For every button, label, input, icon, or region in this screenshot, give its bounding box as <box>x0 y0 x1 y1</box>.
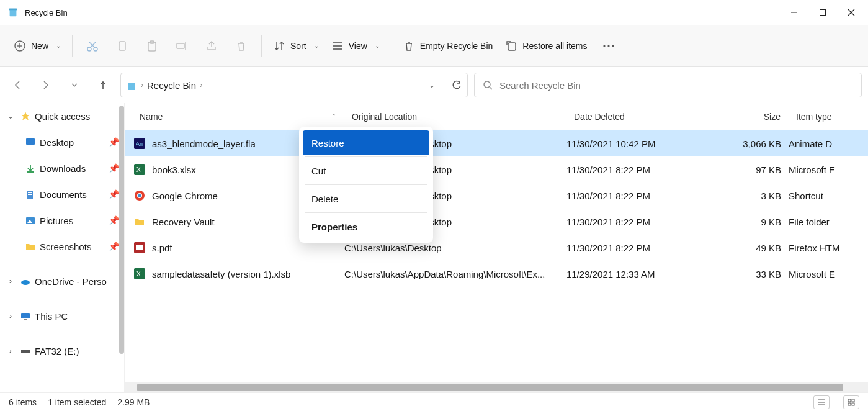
chevron-down-icon: ⌄ <box>314 42 319 49</box>
svg-rect-16 <box>177 43 184 48</box>
sidebar-item-downloads[interactable]: Downloads 📌 <box>0 155 124 181</box>
download-icon <box>25 163 36 174</box>
svg-point-10 <box>94 47 97 51</box>
thumbnails-view-toggle[interactable] <box>843 395 859 409</box>
file-row[interactable]: Anas3_blendmode_layer.fla Desktop 11/30/… <box>125 130 868 156</box>
sidebar-item-this-pc[interactable]: › This PC <box>0 303 124 329</box>
file-row[interactable]: Xbook3.xlsx Desktop 11/30/2021 8:22 PM 9… <box>125 156 868 183</box>
copy-button[interactable] <box>109 32 136 60</box>
svg-rect-32 <box>28 194 32 195</box>
sort-indicator-icon: ⌃ <box>331 113 336 120</box>
search-box[interactable] <box>474 73 862 97</box>
sidebar-item-documents[interactable]: Documents 📌 <box>0 181 124 207</box>
file-row[interactable]: Xsampledatasafety (version 1).xlsb C:\Us… <box>125 261 868 287</box>
pictures-icon <box>25 215 36 226</box>
svg-text:X: X <box>136 166 141 173</box>
share-button[interactable] <box>198 32 225 60</box>
status-selection: 1 item selected <box>48 397 106 407</box>
cut-button[interactable] <box>79 32 106 60</box>
sort-label: Sort <box>290 41 306 51</box>
computer-icon <box>20 310 31 322</box>
svg-rect-47 <box>136 245 143 250</box>
file-size: 33 KB <box>718 269 789 279</box>
context-menu-delete[interactable]: Delete <box>303 186 429 211</box>
dropdown-icon[interactable]: ⌄ <box>429 81 435 89</box>
back-button[interactable] <box>6 74 29 96</box>
drive-icon <box>20 345 31 356</box>
status-bar: 6 items 1 item selected 2.99 MB <box>0 392 868 411</box>
column-header-size[interactable]: Size <box>718 103 789 130</box>
svg-rect-56 <box>852 403 854 405</box>
column-header-date-deleted[interactable]: Date Deleted <box>566 103 718 130</box>
file-list: Name ⌃ Original Location Date Deleted Si… <box>124 103 868 392</box>
chevron-right-icon[interactable]: › <box>5 277 16 286</box>
restore-all-button[interactable]: Restore all items <box>500 32 592 60</box>
svg-rect-36 <box>21 313 30 318</box>
chevron-right-icon[interactable]: › <box>5 346 16 355</box>
status-items-count: 6 items <box>9 397 37 407</box>
recycle-bin-icon <box>7 6 20 19</box>
sidebar-item-drive[interactable]: › FAT32 (E:) <box>0 338 124 364</box>
up-button[interactable] <box>92 74 114 96</box>
file-row[interactable]: s.pdf C:\Users\lukas\Desktop 11/30/2021 … <box>125 235 868 261</box>
svg-marker-28 <box>21 112 30 120</box>
sort-button[interactable]: Sort ⌄ <box>268 32 324 60</box>
context-menu-cut[interactable]: Cut <box>303 158 429 183</box>
sidebar-scrollbar[interactable] <box>118 103 124 392</box>
sidebar-item-label: Desktop <box>40 137 74 148</box>
chrome-icon <box>133 189 146 202</box>
file-row[interactable]: Google Chrome Desktop 11/30/2021 8:22 PM… <box>125 183 868 209</box>
forward-button[interactable] <box>35 74 57 96</box>
file-row[interactable]: Recovery Vault Desktop 11/30/2021 8:22 P… <box>125 209 868 235</box>
sidebar-item-pictures[interactable]: Pictures 📌 <box>0 207 124 233</box>
more-button[interactable] <box>595 32 622 60</box>
animate-file-icon: An <box>133 137 146 150</box>
search-input[interactable] <box>499 80 854 91</box>
recent-locations-button[interactable] <box>63 74 86 96</box>
column-header-original-location[interactable]: Original Location <box>344 103 566 130</box>
documents-icon <box>25 189 36 200</box>
sidebar-item-screenshots[interactable]: Screenshots 📌 <box>0 233 124 260</box>
horizontal-scrollbar[interactable] <box>125 382 868 392</box>
sidebar-item-desktop[interactable]: Desktop 📌 <box>0 129 124 155</box>
file-date: 11/30/2021 8:22 PM <box>566 243 718 253</box>
minimize-button[interactable] <box>780 2 808 22</box>
context-menu-properties[interactable]: Properties <box>303 214 429 239</box>
copy-icon <box>116 40 128 52</box>
address-bar[interactable]: › Recycle Bin › ⌄ <box>120 73 468 97</box>
svg-rect-38 <box>21 350 30 353</box>
view-label: View <box>349 41 367 51</box>
context-menu-restore[interactable]: Restore <box>303 130 429 155</box>
paste-button[interactable] <box>138 32 166 60</box>
svg-point-24 <box>612 45 614 47</box>
view-icon <box>331 40 344 52</box>
file-type: File folder <box>789 217 868 227</box>
column-header-name[interactable]: Name ⌃ <box>125 103 344 130</box>
cloud-icon <box>20 276 31 287</box>
svg-line-27 <box>490 87 492 89</box>
chevron-right-icon[interactable]: › <box>5 312 16 320</box>
svg-rect-31 <box>28 192 32 193</box>
maximize-button[interactable] <box>808 2 837 22</box>
file-type: Animate D <box>789 138 868 149</box>
column-header-item-type[interactable]: Item type <box>789 103 868 130</box>
chevron-down-icon[interactable]: ⌄ <box>5 112 16 120</box>
rename-button[interactable] <box>168 32 195 60</box>
svg-rect-0 <box>10 9 17 16</box>
chevron-down-icon: ⌄ <box>56 42 61 49</box>
sidebar-item-quick-access[interactable]: ⌄ Quick access <box>0 103 124 129</box>
empty-recycle-bin-button[interactable]: Empty Recycle Bin <box>398 32 498 60</box>
new-button[interactable]: New ⌄ <box>9 32 66 60</box>
recycle-bin-icon <box>126 79 137 91</box>
sidebar-item-onedrive[interactable]: › OneDrive - Perso <box>0 268 124 294</box>
svg-point-23 <box>607 45 609 47</box>
delete-button[interactable] <box>228 32 255 60</box>
refresh-button[interactable] <box>451 79 462 91</box>
close-button[interactable] <box>837 2 866 22</box>
details-view-toggle[interactable] <box>813 395 830 409</box>
view-button[interactable]: View ⌄ <box>326 32 385 60</box>
excel-file-icon: X <box>133 163 146 176</box>
svg-rect-54 <box>852 399 854 402</box>
breadcrumb-location[interactable]: Recycle Bin <box>147 80 196 91</box>
chevron-right-icon: › <box>200 81 202 89</box>
